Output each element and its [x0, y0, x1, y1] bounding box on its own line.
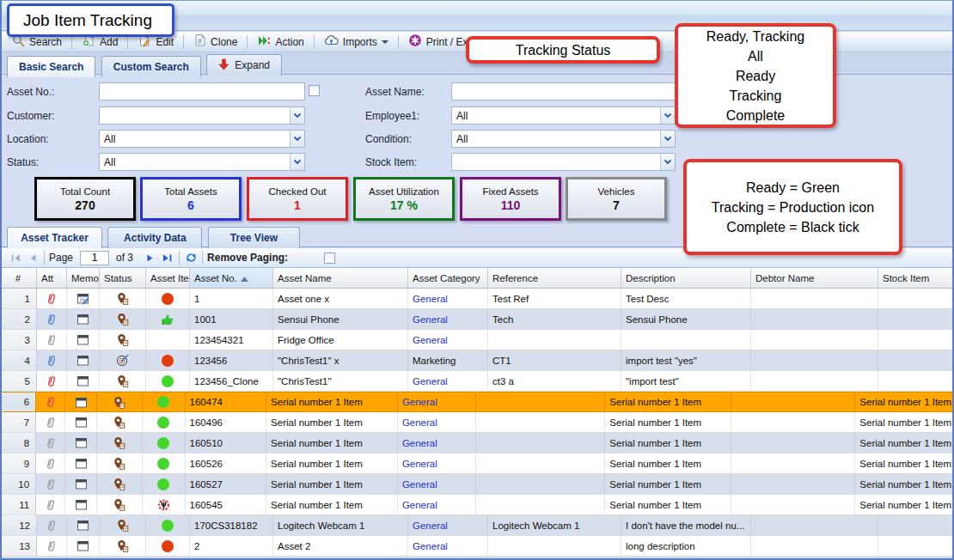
asset-category-cell[interactable]: General	[398, 495, 476, 514]
attachment-icon[interactable]	[37, 371, 67, 391]
table-row[interactable]: 6160474Serial number 1 ItemGeneralSerial…	[0, 392, 954, 412]
col-header-att[interactable]: Att	[37, 268, 67, 288]
last-page-button[interactable]	[159, 250, 176, 265]
col-header-status[interactable]: Status	[100, 268, 146, 288]
memo-icon[interactable]	[67, 371, 100, 391]
location-pin-icon[interactable]	[100, 289, 146, 308]
attachment-icon[interactable]	[37, 350, 67, 370]
tab-basic-search[interactable]: Basic Search	[7, 56, 95, 77]
location-pin-icon[interactable]	[100, 536, 146, 556]
memo-note-icon[interactable]	[67, 289, 100, 308]
table-row[interactable]: 8160510Serial number 1 ItemGeneralSerial…	[0, 433, 954, 453]
col-header-reference[interactable]: Reference	[488, 268, 621, 288]
attachment-icon[interactable]	[37, 330, 67, 350]
action-button[interactable]: Action	[250, 33, 310, 51]
asset-category-cell[interactable]: General	[398, 412, 476, 432]
condition-select[interactable]: All	[451, 130, 676, 148]
table-row[interactable]: 9160526Serial number 1 ItemGeneralSerial…	[0, 453, 954, 474]
tracking-status-ready-circle-icon[interactable]	[146, 515, 190, 535]
tracking-status-ready-circle-icon[interactable]	[143, 453, 186, 473]
refresh-icon[interactable]	[182, 250, 199, 265]
table-row[interactable]: 10160527Serial number 1 ItemGeneralSeria…	[0, 474, 954, 495]
tab-activity-data[interactable]: Activity Data	[107, 227, 202, 248]
tab-asset-tracker[interactable]: Asset Tracker	[7, 227, 102, 248]
attachment-icon[interactable]	[36, 412, 65, 432]
asset-category-cell[interactable]: General	[398, 474, 476, 494]
first-page-button[interactable]	[7, 250, 24, 265]
imports-button[interactable]: Imports	[317, 33, 395, 51]
memo-icon[interactable]	[67, 536, 100, 556]
tracking-status-not-ready-circle-icon[interactable]	[146, 536, 190, 556]
prev-page-button[interactable]	[24, 250, 41, 265]
table-row[interactable]: 3123454321Fridge OfficeGeneral	[0, 330, 954, 350]
location-pin-icon[interactable]	[97, 412, 143, 432]
page-number-input[interactable]	[80, 251, 109, 265]
location-select[interactable]: All	[99, 130, 305, 148]
table-row[interactable]: 21001Sensui PhoneGeneralTechSensui Phone	[0, 309, 954, 330]
asset-no-input[interactable]	[99, 82, 305, 100]
attachment-icon[interactable]	[36, 453, 65, 473]
location-pin-icon[interactable]	[97, 474, 143, 494]
location-pin-icon[interactable]	[100, 309, 146, 329]
location-pin-icon[interactable]	[97, 495, 143, 514]
table-row[interactable]	[0, 557, 954, 560]
attachment-icon[interactable]	[36, 433, 65, 453]
memo-icon[interactable]	[67, 350, 100, 370]
attachment-icon[interactable]	[37, 309, 67, 329]
asset-category-cell[interactable]: General	[398, 453, 476, 473]
col-header-memo[interactable]: Memo	[67, 268, 100, 288]
asset-category-cell[interactable]: General	[408, 536, 488, 556]
employee1-select[interactable]: All	[451, 107, 676, 125]
tracking-status-not-ready-circle-icon[interactable]	[146, 350, 190, 370]
col-header-asset-no[interactable]: Asset No.	[190, 268, 273, 288]
attachment-icon[interactable]	[37, 515, 67, 535]
customer-select[interactable]	[99, 107, 305, 125]
asset-category-cell[interactable]: General	[408, 289, 488, 308]
asset-category-cell[interactable]: General	[398, 393, 476, 411]
asset-category-cell[interactable]: General	[408, 330, 488, 350]
memo-icon[interactable]	[67, 309, 100, 329]
table-row[interactable]: 12170CS318182Logitech Webcam 1GeneralLog…	[0, 515, 954, 536]
expand-button[interactable]: Expand	[206, 54, 282, 76]
tab-custom-search[interactable]: Custom Search	[101, 56, 201, 77]
asset-category-cell[interactable]: General	[408, 515, 488, 535]
tracking-status-ready-circle-icon[interactable]	[143, 474, 186, 494]
status-select[interactable]: All	[99, 153, 305, 171]
memo-icon[interactable]	[65, 453, 97, 473]
col-header-debtor-name[interactable]: Debtor Name	[751, 268, 878, 288]
memo-icon[interactable]	[65, 495, 97, 514]
asset-no-checkbox[interactable]	[309, 85, 320, 96]
remove-paging-checkbox[interactable]	[324, 253, 335, 264]
col-header-description[interactable]: Description	[621, 268, 751, 288]
attachment-icon[interactable]	[37, 289, 67, 308]
tracking-status-production-icon[interactable]	[143, 495, 186, 514]
location-pin-icon[interactable]	[100, 371, 146, 391]
col-header-asset-category[interactable]: Asset Category	[408, 268, 488, 288]
memo-icon[interactable]	[65, 433, 97, 453]
table-row[interactable]: 11160545Serial number 1 ItemGeneralSeria…	[0, 495, 954, 515]
attachment-icon[interactable]	[36, 495, 65, 514]
location-pin-icon[interactable]	[100, 330, 146, 350]
tracking-status-not-ready-circle-icon[interactable]	[146, 289, 190, 308]
asset-category-cell[interactable]: General	[408, 309, 488, 329]
asset-name-input[interactable]	[451, 82, 676, 100]
tracking-status-thumbs-up-icon[interactable]	[146, 309, 190, 329]
col-header-index[interactable]: #	[0, 268, 37, 288]
col-header-asset-item[interactable]: Asset Item	[146, 268, 190, 288]
col-header-asset-name[interactable]: Asset Name	[273, 268, 408, 288]
location-pin-icon[interactable]	[97, 453, 143, 473]
attachment-icon[interactable]	[37, 536, 67, 556]
asset-category-cell[interactable]: General	[408, 371, 488, 391]
tracking-status-ready-circle-icon[interactable]	[143, 393, 186, 411]
location-pin-icon[interactable]	[97, 393, 143, 411]
attachment-icon[interactable]	[36, 474, 65, 494]
tracking-status-ready-circle-icon[interactable]	[143, 433, 186, 453]
tracking-status-ready-circle-icon[interactable]	[143, 412, 186, 432]
table-row[interactable]: 11Asset one xGeneralTest RefTest Desc	[0, 289, 954, 309]
attachment-icon[interactable]	[36, 393, 65, 411]
stock-item-select[interactable]	[451, 153, 676, 171]
next-page-button[interactable]	[142, 250, 159, 265]
table-row[interactable]: 4123456"ChrisTest1" xMarketingCT1import …	[0, 350, 954, 371]
location-pin-icon[interactable]	[97, 433, 143, 453]
memo-icon[interactable]	[65, 474, 97, 494]
